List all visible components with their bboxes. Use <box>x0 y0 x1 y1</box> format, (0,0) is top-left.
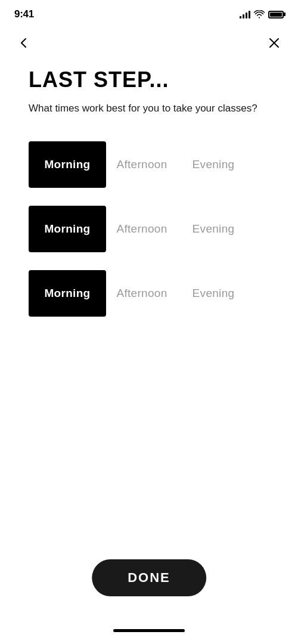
done-button[interactable]: DONE <box>92 559 206 596</box>
afternoon-option-2[interactable]: Afternoon <box>106 206 178 252</box>
morning-option-2[interactable]: Morning <box>29 206 106 252</box>
morning-option-3[interactable]: Morning <box>29 270 106 317</box>
page-subtitle: What times work best for you to take you… <box>29 101 269 116</box>
back-button[interactable] <box>12 31 36 55</box>
nav-bar <box>0 26 298 62</box>
evening-option-1[interactable]: Evening <box>178 141 249 188</box>
time-group-2: Morning Afternoon Evening <box>29 206 269 252</box>
evening-option-2[interactable]: Evening <box>178 206 249 252</box>
evening-option-3[interactable]: Evening <box>178 270 249 317</box>
afternoon-option-1[interactable]: Afternoon <box>106 141 178 188</box>
signal-icon <box>240 10 250 18</box>
done-button-container: DONE <box>92 559 206 596</box>
status-time: 9:41 <box>14 8 34 20</box>
close-button[interactable] <box>262 31 286 55</box>
battery-icon <box>268 11 284 18</box>
status-bar: 9:41 <box>0 0 298 26</box>
wifi-icon <box>254 10 265 18</box>
time-group-1: Morning Afternoon Evening <box>29 141 269 188</box>
page-title: LAST STEP... <box>29 68 269 92</box>
afternoon-option-3[interactable]: Afternoon <box>106 270 178 317</box>
morning-option-1[interactable]: Morning <box>29 141 106 188</box>
time-group-3: Morning Afternoon Evening <box>29 270 269 317</box>
main-content: LAST STEP... What times work best for yo… <box>0 62 298 317</box>
time-groups: Morning Afternoon Evening Morning Aftern… <box>29 141 269 317</box>
home-indicator <box>113 629 185 632</box>
status-icons <box>240 10 284 18</box>
